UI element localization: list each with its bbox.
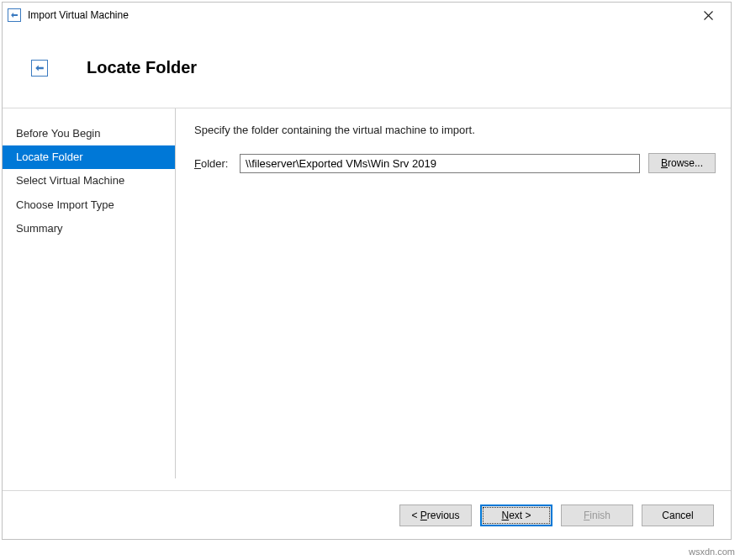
- previous-button[interactable]: < Previous: [399, 505, 472, 526]
- close-button[interactable]: [690, 3, 726, 27]
- page-title: Locate Folder: [87, 58, 197, 77]
- titlebar: Import Virtual Machine: [3, 3, 731, 28]
- wizard-content: Specify the folder containing the virtua…: [176, 108, 731, 490]
- finish-button: Finish: [561, 505, 633, 526]
- next-button[interactable]: Next >: [480, 505, 552, 526]
- watermark: wsxdn.com: [689, 547, 735, 557]
- wizard-header: Locate Folder: [3, 28, 731, 108]
- step-summary[interactable]: Summary: [3, 217, 175, 240]
- wizard-footer: < Previous Next > Finish Cancel: [3, 490, 731, 539]
- app-icon: [8, 8, 21, 22]
- wizard-steps-sidebar: Before You Begin Locate Folder Select Vi…: [3, 108, 176, 478]
- wizard-window: Import Virtual Machine Locate Folder Bef…: [2, 2, 732, 540]
- browse-button[interactable]: Browse...: [648, 153, 716, 173]
- folder-input[interactable]: [240, 154, 640, 173]
- wizard-body: Before You Begin Locate Folder Select Vi…: [3, 108, 731, 490]
- instruction-text: Specify the folder containing the virtua…: [194, 124, 716, 136]
- folder-label: Folder:: [194, 157, 231, 170]
- step-locate-folder[interactable]: Locate Folder: [3, 145, 175, 169]
- step-before-you-begin[interactable]: Before You Begin: [3, 122, 175, 145]
- step-select-virtual-machine[interactable]: Select Virtual Machine: [3, 169, 175, 193]
- window-title: Import Virtual Machine: [28, 9, 690, 21]
- wizard-header-icon: [31, 60, 48, 77]
- folder-row: Folder: Browse...: [194, 153, 716, 173]
- cancel-button[interactable]: Cancel: [642, 505, 714, 526]
- step-choose-import-type[interactable]: Choose Import Type: [3, 193, 175, 217]
